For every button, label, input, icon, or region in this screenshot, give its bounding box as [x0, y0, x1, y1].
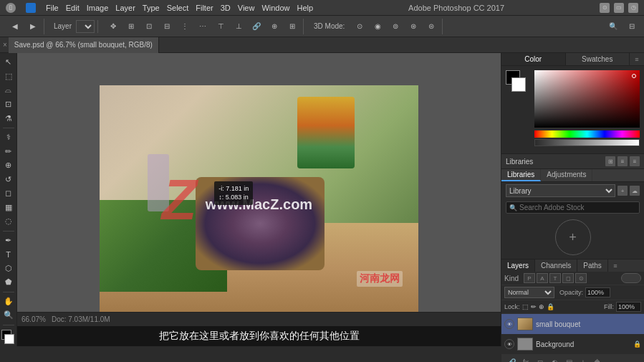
layers-panel-collapse[interactable]: ≡ [610, 261, 620, 271]
tool-crop[interactable]: ⊡ [1, 98, 16, 111]
tab-channels[interactable]: Channels [535, 259, 577, 272]
layer-eye-1[interactable]: 👁 [504, 339, 514, 349]
group-btn[interactable]: ⊞ [284, 19, 300, 34]
menu-select[interactable]: Select [167, 4, 189, 12]
tool-hand[interactable]: ✋ [1, 295, 16, 308]
lib-grid-icon[interactable]: ⊞ [605, 156, 615, 166]
3d-btn1[interactable]: ⊙ [352, 19, 367, 34]
menu-image[interactable]: Image [87, 4, 109, 12]
tab-color[interactable]: Color [501, 53, 566, 65]
tab-paths[interactable]: Paths [577, 259, 608, 272]
lock-image-btn[interactable]: ✏ [531, 303, 537, 310]
layers-adjustment-btn[interactable]: ◐ [549, 356, 560, 362]
file-tab[interactable]: Save.psd @ 66.7% (small bouquet, RGB/8) [9, 37, 159, 53]
lock-transparent-btn[interactable]: ⬚ [522, 303, 529, 310]
layer-select[interactable] [76, 20, 95, 33]
menu-file[interactable]: File [46, 4, 59, 12]
tool-zoom[interactable]: 🔍 [1, 309, 16, 322]
tab-close-icon[interactable]: × [3, 41, 7, 49]
filter-adjustment-btn[interactable]: A [537, 273, 548, 283]
color-bg-swatch[interactable] [511, 77, 526, 92]
layer-eye-0[interactable]: 👁 [504, 319, 514, 329]
layer-item-0[interactable]: 👁 small bouquet [501, 314, 644, 334]
lock-all-btn[interactable]: 🔒 [547, 303, 554, 310]
tool-dodge[interactable]: ◌ [1, 215, 16, 228]
distribute2-btn[interactable]: ⋯ [195, 19, 211, 34]
bg-color-swatch[interactable] [4, 334, 14, 344]
lib-add-icon[interactable]: + [617, 186, 628, 196]
filter-text-btn[interactable]: T [549, 273, 561, 283]
lib-cloud-icon[interactable]: ☁ [630, 186, 640, 196]
align-bottom-btn[interactable]: ⊥ [231, 19, 246, 34]
tool-shape[interactable]: ⬟ [1, 276, 16, 289]
lib-library-select[interactable]: Library [506, 184, 615, 197]
opacity-input[interactable] [585, 287, 610, 297]
3d-btn2[interactable]: ◉ [370, 19, 385, 34]
layer-item-1[interactable]: 👁 Background 🔒 [501, 334, 644, 354]
link-btn[interactable]: 🔗 [249, 19, 264, 34]
distribute-btn[interactable]: ⋮ [177, 19, 193, 34]
color-hue-slider[interactable] [534, 130, 640, 138]
filter-toggle[interactable] [621, 273, 641, 283]
align-left-btn[interactable]: ⊞ [123, 19, 139, 34]
tool-text[interactable]: T [1, 248, 16, 261]
menu-help[interactable]: Help [297, 4, 314, 12]
menu-edit[interactable]: Edit [66, 4, 80, 12]
color-alpha-slider[interactable] [534, 139, 640, 146]
layers-mask-btn[interactable]: ◻ [534, 356, 546, 362]
panel-collapse-color[interactable]: ≡ [632, 54, 642, 65]
search-btn[interactable]: 🔍 [605, 19, 621, 34]
color-picker-gradient[interactable] [534, 70, 640, 128]
toolbar-back-btn[interactable]: ◀ [7, 19, 23, 34]
canvas-document[interactable]: Z www.MacZ.com 河南龙网 -i: 7.181 in ↕: 5.08… [100, 85, 418, 315]
workspace-btn[interactable]: ⊟ [624, 19, 640, 34]
lib-search-box[interactable]: 🔍 [506, 201, 640, 214]
tool-eyedropper[interactable]: ⚗ [1, 112, 16, 125]
toolbar-forward-btn[interactable]: ▶ [25, 19, 41, 34]
menu-window[interactable]: Window [261, 4, 289, 12]
menu-3d[interactable]: 3D [221, 4, 231, 12]
fill-input[interactable] [616, 302, 641, 312]
tab-layers[interactable]: Layers [501, 259, 535, 272]
lock-artboard-btn[interactable]: ⊕ [539, 303, 544, 310]
filter-shape-btn[interactable]: ◻ [562, 273, 574, 283]
lib-search-input[interactable] [519, 202, 636, 213]
layers-delete-btn[interactable]: 🗑 [592, 356, 603, 362]
lib-list-icon[interactable]: ≡ [617, 156, 628, 166]
menu-view[interactable]: View [238, 4, 255, 12]
tool-pen[interactable]: ✒ [1, 234, 16, 247]
auto-btn[interactable]: ⊕ [266, 19, 282, 34]
tool-history[interactable]: ↺ [1, 173, 16, 186]
layers-link-btn[interactable]: 🔗 [506, 356, 517, 362]
3d-btn3[interactable]: ⊚ [388, 19, 403, 34]
3d-btn4[interactable]: ⊛ [405, 19, 421, 34]
3d-btn5[interactable]: ⊜ [423, 19, 439, 34]
align-right-btn[interactable]: ⊟ [159, 19, 175, 34]
tool-marquee[interactable]: ⬚ [1, 70, 16, 83]
lib-tab-libraries[interactable]: Libraries [501, 169, 541, 181]
tool-brush[interactable]: ✏ [1, 145, 16, 158]
layers-group-btn[interactable]: ▤ [563, 356, 575, 362]
align-top-btn[interactable]: ⊤ [213, 19, 229, 34]
lib-plus-icon[interactable]: + [569, 230, 577, 245]
tab-swatches[interactable]: Swatches [566, 53, 630, 65]
lib-tab-adjustments[interactable]: Adjustments [541, 169, 592, 181]
move-btn[interactable]: ✥ [105, 19, 121, 34]
tool-stamp[interactable]: ⊕ [1, 159, 16, 172]
lib-menu-icon[interactable]: ≡ [630, 156, 640, 166]
tool-move[interactable]: ↖ [1, 56, 16, 69]
layers-new-btn[interactable]: + [577, 356, 589, 362]
tool-eraser[interactable]: ◻ [1, 187, 16, 200]
apple-menu[interactable]:  [6, 3, 16, 13]
menu-layer[interactable]: Layer [115, 4, 135, 12]
align-center-btn[interactable]: ⊡ [141, 19, 157, 34]
blend-mode-select[interactable]: Normal [504, 287, 554, 298]
tool-gradient[interactable]: ▦ [1, 201, 16, 214]
filter-pixel-btn[interactable]: P [524, 273, 535, 283]
menu-filter[interactable]: Filter [196, 4, 213, 12]
tool-path[interactable]: ⬡ [1, 262, 16, 275]
menu-type[interactable]: Type [143, 4, 160, 12]
filter-smart-btn[interactable]: ⊙ [575, 273, 587, 283]
layers-fx-btn[interactable]: fx [520, 356, 532, 362]
tool-lasso[interactable]: ⌓ [1, 84, 16, 97]
